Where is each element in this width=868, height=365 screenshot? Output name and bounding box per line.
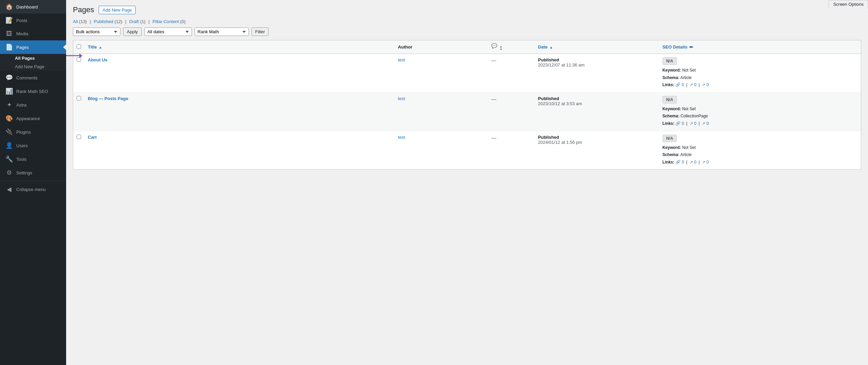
row-checkbox-cell	[73, 54, 85, 93]
sidebar-item-pages[interactable]: 📄 Pages	[0, 40, 66, 54]
seo-details: Keyword: Not Set Schema: Article Links: …	[663, 67, 857, 89]
seo-score-badge: N/A	[663, 96, 677, 103]
sidebar-item-tools[interactable]: 🔧 Tools	[0, 152, 66, 166]
row-date-cell: Published 2023/12/07 at 11:36 am	[535, 54, 659, 93]
comments-icon: 💬	[5, 74, 13, 81]
filter-links: All (13) | Published (12) | Draft (1) | …	[73, 19, 861, 24]
apply-button[interactable]: Apply	[123, 27, 142, 36]
filter-all[interactable]: All (13)	[73, 19, 88, 24]
filter-pillar-content[interactable]: Pillar Content (0)	[153, 19, 186, 24]
filter-button[interactable]: Filter	[252, 27, 269, 36]
submenu-all-pages[interactable]: All Pages	[0, 54, 66, 62]
rank-math-icon: 📊	[5, 88, 13, 95]
pages-active-arrow	[66, 55, 80, 56]
affiliate-links-link[interactable]: ↗ 0	[702, 82, 709, 87]
screen-options-button[interactable]: Screen Options	[829, 0, 868, 8]
sidebar-item-label-media: Media	[16, 31, 28, 36]
external-links-link[interactable]: ↗ 0	[690, 121, 696, 126]
internal-links-link[interactable]: 🔗 0	[675, 160, 684, 165]
row-checkbox[interactable]	[77, 135, 81, 139]
sidebar-item-astra[interactable]: ✦ Astra	[0, 98, 66, 112]
row-author-cell: test	[395, 54, 488, 93]
th-date: Date ▲	[535, 40, 659, 54]
screen-options-area: Screen Options	[829, 0, 868, 8]
sidebar-item-label-plugins: Plugins	[16, 130, 31, 135]
main-content: Screen Options Pages Add New Page All (1…	[66, 0, 868, 365]
bulk-actions-select[interactable]: Bulk actions Edit Move to Trash	[73, 27, 120, 36]
row-comments-cell: —	[488, 92, 535, 131]
comments-dash: —	[491, 57, 496, 63]
sidebar-item-rank-math[interactable]: 📊 Rank Math SEO	[0, 84, 66, 98]
sidebar: 🏠 Dashboard 📝 Posts 🖼 Media 📄 Pages All …	[0, 0, 66, 365]
add-new-page-button[interactable]: Add New Page	[99, 6, 136, 14]
filter-draft[interactable]: Draft (1)	[129, 19, 146, 24]
toolbar: Bulk actions Edit Move to Trash Apply Al…	[73, 27, 861, 36]
pages-icon: 📄	[5, 43, 13, 51]
sidebar-item-posts[interactable]: 📝 Posts	[0, 14, 66, 27]
row-seo-cell: N/A Keyword: Not Set Schema: Article Lin…	[659, 54, 861, 93]
sidebar-item-label-pages: Pages	[16, 45, 29, 50]
row-seo-cell: N/A Keyword: Not Set Schema: CollectionP…	[659, 92, 861, 131]
sidebar-item-media[interactable]: 🖼 Media	[0, 27, 66, 40]
row-checkbox-cell	[73, 92, 85, 131]
seo-links: Links: 🔗 0 | ↗ 0 | ↗ 0	[663, 81, 857, 89]
dates-select[interactable]: All dates	[144, 27, 192, 36]
affiliate-links-link[interactable]: ↗ 0	[702, 160, 709, 165]
seo-links: Links: 🔗 0 | ↗ 0 | ↗ 0	[663, 120, 857, 128]
row-comments-cell: —	[488, 54, 535, 93]
external-links-link[interactable]: ↗ 0	[690, 160, 696, 165]
seo-score-badge: N/A	[663, 135, 677, 142]
sidebar-item-comments[interactable]: 💬 Comments	[0, 71, 66, 84]
table-row: Blog — Posts Page test — Published 2023/…	[73, 92, 861, 131]
affiliate-links-link[interactable]: ↗ 0	[702, 121, 709, 126]
pages-submenu: All Pages Add New Page	[0, 54, 66, 71]
plugins-icon: 🔌	[5, 128, 13, 136]
title-sort-icon: ▲	[99, 45, 102, 49]
sidebar-item-users[interactable]: 👤 Users	[0, 139, 66, 152]
sidebar-item-label-astra: Astra	[16, 102, 26, 108]
seo-edit-icon[interactable]: ✏	[689, 44, 693, 50]
row-author-cell: test	[395, 131, 488, 170]
external-links-link[interactable]: ↗ 0	[690, 82, 696, 87]
table-header-row: Title ▲ Author 💬 ▲ ▼	[73, 40, 861, 54]
sidebar-collapse-label: Collapse menu	[16, 187, 46, 192]
author-link[interactable]: test	[398, 135, 405, 140]
page-title: Pages	[73, 5, 94, 14]
seo-keyword: Keyword: Not Set	[663, 144, 857, 152]
seo-score-badge: N/A	[663, 57, 677, 65]
page-title-link[interactable]: Blog — Posts Page	[88, 96, 128, 101]
seo-schema: Schema: Article	[663, 74, 857, 82]
sidebar-item-label-dashboard: Dashboard	[16, 4, 38, 9]
th-comments: 💬 ▲ ▼	[488, 40, 535, 54]
astra-icon: ✦	[5, 101, 13, 109]
sidebar-item-appearance[interactable]: 🎨 Appearance	[0, 112, 66, 125]
sidebar-collapse[interactable]: ◀ Collapse menu	[0, 182, 66, 196]
row-checkbox[interactable]	[77, 96, 81, 100]
date-value: 2023/12/07 at 11:36 am	[538, 62, 585, 68]
title-sort-link[interactable]: Title ▲	[88, 44, 102, 50]
th-seo: SEO Details ✏	[659, 40, 861, 54]
posts-icon: 📝	[5, 17, 13, 24]
seo-schema: Schema: Article	[663, 151, 857, 159]
seo-keyword: Keyword: Not Set	[663, 67, 857, 74]
page-title-link[interactable]: About Us	[88, 57, 107, 62]
date-sort-link[interactable]: Date ▲	[538, 44, 553, 50]
sidebar-item-settings[interactable]: ⚙ Settings	[0, 166, 66, 179]
select-all-checkbox[interactable]	[77, 44, 81, 49]
sidebar-item-plugins[interactable]: 🔌 Plugins	[0, 125, 66, 139]
author-link[interactable]: test	[398, 96, 405, 101]
internal-links-link[interactable]: 🔗 0	[675, 121, 684, 126]
th-checkbox	[73, 40, 85, 54]
internal-links-link[interactable]: 🔗 0	[675, 82, 684, 87]
filter-published[interactable]: Published (12)	[94, 19, 123, 24]
row-date-cell: Published 2023/10/12 at 3:53 am	[535, 92, 659, 131]
sidebar-item-dashboard[interactable]: 🏠 Dashboard	[0, 0, 66, 14]
page-title-link[interactable]: Cart	[88, 135, 97, 140]
rank-math-select[interactable]: Rank Math	[195, 27, 249, 36]
author-link[interactable]: test	[398, 57, 405, 62]
tools-icon: 🔧	[5, 155, 13, 163]
submenu-add-new-page[interactable]: Add New Page	[0, 62, 66, 71]
seo-details: Keyword: Not Set Schema: CollectionPage …	[663, 105, 857, 128]
date-status: Published	[538, 135, 559, 140]
row-seo-cell: N/A Keyword: Not Set Schema: Article Lin…	[659, 131, 861, 170]
